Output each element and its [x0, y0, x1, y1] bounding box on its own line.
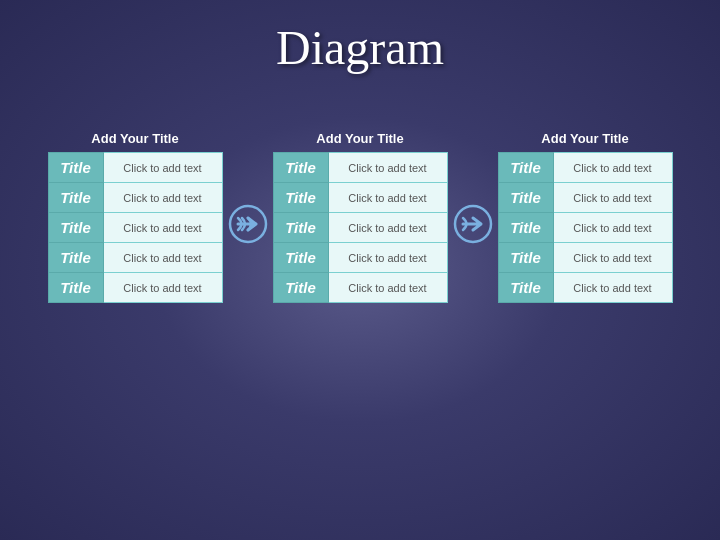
table-row: Title Click to add text	[498, 153, 672, 183]
content-cell[interactable]: Click to add text	[103, 273, 222, 303]
content-cell[interactable]: Click to add text	[553, 153, 672, 183]
table-row: Title Click to add text	[273, 153, 447, 183]
title-cell[interactable]: Title	[48, 243, 103, 273]
table-row: Title Click to add text	[48, 243, 222, 273]
diagram-table-3: Add Your Title Title Click to add text T…	[498, 125, 673, 303]
table-row: Title Click to add text	[48, 213, 222, 243]
content-cell[interactable]: Click to add text	[328, 213, 447, 243]
title-cell[interactable]: Title	[273, 153, 328, 183]
table-row: Title Click to add text	[498, 273, 672, 303]
title-cell[interactable]: Title	[273, 273, 328, 303]
diagrams-container: Add Your Title Title Click to add text T…	[48, 125, 673, 303]
title-cell[interactable]: Title	[273, 243, 328, 273]
content-cell[interactable]: Click to add text	[328, 273, 447, 303]
title-cell[interactable]: Title	[273, 183, 328, 213]
content-cell[interactable]: Click to add text	[553, 243, 672, 273]
diagram-table-2: Add Your Title Title Click to add text T…	[273, 125, 448, 303]
table-row: Title Click to add text	[498, 243, 672, 273]
table-row: Title Click to add text	[273, 213, 447, 243]
content-cell[interactable]: Click to add text	[553, 273, 672, 303]
content-cell[interactable]: Click to add text	[103, 183, 222, 213]
content-cell[interactable]: Click to add text	[103, 153, 222, 183]
title-cell[interactable]: Title	[48, 213, 103, 243]
table1-header[interactable]: Add Your Title	[48, 125, 222, 153]
diagram-table-1: Add Your Title Title Click to add text T…	[48, 125, 223, 303]
title-cell[interactable]: Title	[48, 153, 103, 183]
content-cell[interactable]: Click to add text	[103, 213, 222, 243]
table-row: Title Click to add text	[498, 183, 672, 213]
title-cell[interactable]: Title	[48, 183, 103, 213]
title-cell[interactable]: Title	[498, 273, 553, 303]
title-cell[interactable]: Title	[498, 183, 553, 213]
table-row: Title Click to add text	[48, 153, 222, 183]
content-cell[interactable]: Click to add text	[328, 153, 447, 183]
title-cell[interactable]: Title	[273, 213, 328, 243]
content-cell[interactable]: Click to add text	[328, 183, 447, 213]
table-row: Title Click to add text	[273, 243, 447, 273]
title-cell[interactable]: Title	[48, 273, 103, 303]
title-cell[interactable]: Title	[498, 243, 553, 273]
table-row: Title Click to add text	[48, 273, 222, 303]
content-cell[interactable]: Click to add text	[328, 243, 447, 273]
page-title: Diagram	[276, 20, 444, 75]
content-cell[interactable]: Click to add text	[553, 213, 672, 243]
arrow-1	[223, 204, 273, 244]
table-row: Title Click to add text	[498, 213, 672, 243]
table3-header[interactable]: Add Your Title	[498, 125, 672, 153]
arrow-2	[448, 204, 498, 244]
table-row: Title Click to add text	[48, 183, 222, 213]
title-cell[interactable]: Title	[498, 153, 553, 183]
content-cell[interactable]: Click to add text	[103, 243, 222, 273]
content-cell[interactable]: Click to add text	[553, 183, 672, 213]
title-cell[interactable]: Title	[498, 213, 553, 243]
table2-header[interactable]: Add Your Title	[273, 125, 447, 153]
table-row: Title Click to add text	[273, 273, 447, 303]
table-row: Title Click to add text	[273, 183, 447, 213]
